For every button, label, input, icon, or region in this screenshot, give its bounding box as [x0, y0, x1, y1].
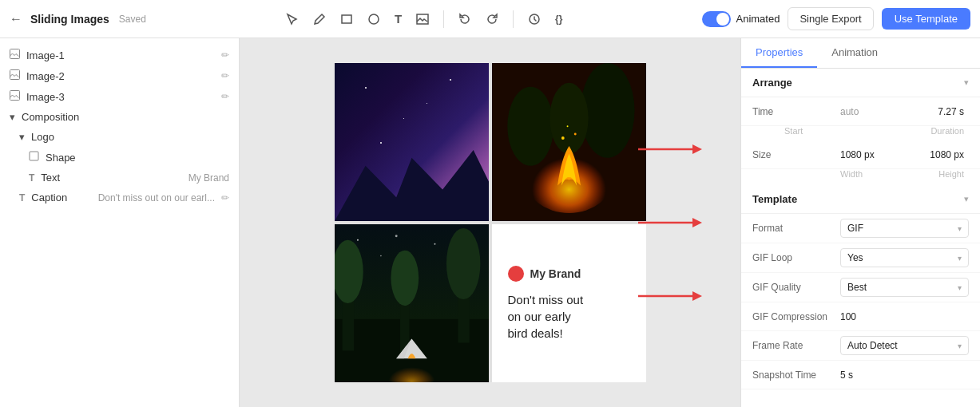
redo-button[interactable] [486, 13, 498, 26]
svg-point-29 [391, 251, 419, 306]
gif-quality-value: Best [847, 282, 867, 293]
properties-panel: Properties Animation Arrange ▾ Time auto… [740, 38, 980, 407]
arrange-chevron: ▾ [964, 77, 969, 88]
template-section-header[interactable]: Template ▾ [741, 185, 980, 214]
layer-item-logo[interactable]: ▾ Logo [0, 127, 239, 147]
frame-rate-dropdown[interactable]: Auto Detect ▾ [840, 336, 969, 355]
saved-indicator: Saved [119, 14, 146, 25]
text-layer-icon: T [29, 172, 34, 184]
use-template-button[interactable]: Use Template [882, 8, 970, 30]
snapshot-time-row: Snapshot Time 5 s [741, 361, 980, 389]
select-tool[interactable] [286, 13, 299, 26]
snapshot-time-value: 5 s [840, 369, 969, 381]
caption-value: Don't miss out on our earl... [98, 192, 215, 204]
text-tool[interactable]: T [395, 12, 402, 26]
arrow-2 [638, 213, 702, 232]
arrow-1 [638, 140, 702, 159]
toggle-knob [716, 13, 729, 26]
brand-logo-icon [508, 266, 524, 282]
gif-quality-label: GIF Quality [752, 282, 840, 293]
toolbar-divider [443, 10, 444, 28]
panel-tabs: Properties Animation [741, 38, 980, 69]
layer-label-logo: Logo [31, 131, 229, 143]
format-chevron-icon: ▾ [958, 224, 962, 233]
arrange-section-header[interactable]: Arrange ▾ [741, 69, 980, 97]
back-button[interactable]: ← [10, 12, 22, 26]
layer-edit-icon-2[interactable]: ✏ [221, 70, 229, 81]
gif-compression-value: 100 [840, 311, 969, 322]
shape-layer-icon [29, 151, 39, 164]
animated-toggle[interactable]: Animated [702, 11, 780, 27]
time-sublabels: Start Duration [741, 126, 980, 140]
brand-caption: Don't miss outon our earlybird deals! [508, 291, 630, 342]
image-layer-icon-2 [10, 69, 20, 82]
animated-label: Animated [736, 13, 780, 25]
canvas-brand-cell: My Brand Don't miss outon our earlybird … [492, 224, 646, 382]
toggle-switch[interactable] [702, 11, 731, 27]
layer-item-shape[interactable]: Shape [0, 147, 239, 168]
expand-icon: ▾ [10, 111, 15, 123]
history-button[interactable] [528, 13, 541, 26]
svg-point-15 [573, 133, 576, 136]
gif-quality-dropdown[interactable]: Best ▾ [840, 278, 969, 297]
canvas-image-3 [335, 224, 489, 382]
time-auto-value: auto [840, 106, 872, 117]
svg-point-1 [369, 14, 379, 24]
pen-tool[interactable] [313, 13, 326, 26]
frame-rate-value: Auto Detect [847, 340, 898, 351]
layer-item-composition[interactable]: ▾ Composition [0, 107, 239, 127]
svg-point-23 [380, 255, 382, 257]
single-export-button[interactable]: Single Export [788, 7, 873, 30]
layer-label-text: Text [41, 172, 178, 184]
layer-item-image3[interactable]: Image-3 ✏ [0, 86, 239, 107]
layer-edit-icon[interactable]: ✏ [221, 49, 229, 61]
gif-loop-row: GIF Loop Yes ▾ [741, 243, 980, 273]
layer-item-image1[interactable]: Image-1 ✏ [0, 45, 239, 65]
gif-loop-dropdown[interactable]: Yes ▾ [840, 248, 969, 267]
brand-logo: My Brand [508, 266, 630, 282]
tab-properties[interactable]: Properties [741, 38, 817, 68]
layer-label: Image-1 [26, 49, 215, 61]
brand-logo-text: My Brand [530, 267, 581, 280]
canvas-wrapper: My Brand Don't miss outon our earlybird … [335, 63, 646, 382]
frame-rate-row: Frame Rate Auto Detect ▾ [741, 331, 980, 361]
svg-marker-34 [692, 144, 702, 154]
image-layer-icon-3 [10, 90, 20, 103]
topbar-right: Animated Single Export Use Template [702, 7, 970, 30]
size-sublabels: Width Height [741, 169, 980, 185]
circle-tool[interactable] [367, 13, 380, 26]
start-label: Start [752, 126, 875, 136]
gif-loop-chevron-icon: ▾ [958, 254, 962, 263]
page-title: Sliding Images [30, 13, 109, 26]
gif-quality-row: GIF Quality Best ▾ [741, 273, 980, 302]
arrange-title: Arrange [752, 77, 792, 89]
layer-label-composition: Composition [22, 111, 229, 123]
svg-point-14 [561, 136, 564, 140]
undo-button[interactable] [458, 13, 471, 26]
width-value: 1080 px [840, 149, 903, 160]
canvas: My Brand Don't miss outon our earlybird … [335, 63, 646, 382]
layer-item-caption[interactable]: T Caption Don't miss out on our earl... … [0, 188, 239, 207]
svg-rect-7 [30, 152, 38, 160]
gif-quality-chevron-icon: ▾ [958, 283, 962, 292]
format-label: Format [752, 223, 840, 234]
layer-item-text-brand[interactable]: T Text My Brand [0, 168, 239, 188]
svg-point-19 [356, 239, 358, 241]
canvas-area: My Brand Don't miss outon our earlybird … [240, 38, 740, 407]
tab-animation[interactable]: Animation [817, 38, 892, 68]
size-row: Size 1080 px 1080 px [741, 140, 980, 169]
layers-panel: Image-1 ✏ Image-2 ✏ Image-3 ✏ ▾ Composit… [0, 38, 240, 407]
gif-compression-row: GIF Compression 100 [741, 302, 980, 331]
format-dropdown[interactable]: GIF ▾ [840, 219, 969, 238]
caption-edit-icon[interactable]: ✏ [221, 192, 229, 204]
svg-rect-0 [342, 15, 351, 23]
image-tool[interactable] [416, 13, 429, 26]
frame-rate-chevron-icon: ▾ [958, 342, 962, 350]
svg-point-20 [395, 235, 397, 237]
rect-tool[interactable] [340, 13, 353, 26]
format-value: GIF [847, 223, 863, 234]
main-area: Image-1 ✏ Image-2 ✏ Image-3 ✏ ▾ Composit… [0, 38, 980, 407]
layer-item-image2[interactable]: Image-2 ✏ [0, 65, 239, 86]
layer-edit-icon-3[interactable]: ✏ [221, 91, 229, 102]
code-button[interactable]: {} [555, 14, 562, 25]
